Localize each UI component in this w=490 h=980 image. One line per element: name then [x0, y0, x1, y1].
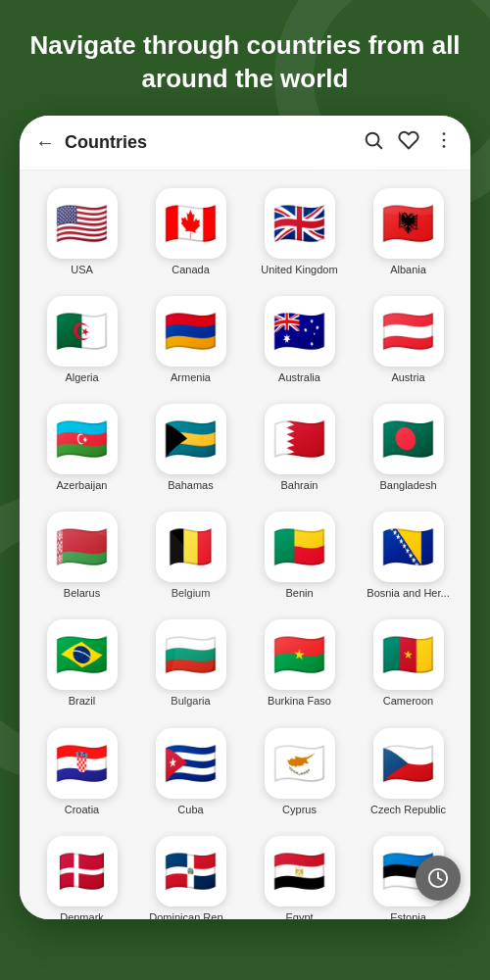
flag-icon: 🇺🇸 [47, 188, 118, 259]
flag-icon: 🇬🇧 [265, 188, 335, 259]
country-item-bahamas[interactable]: 🇧🇸Bahamas [138, 396, 243, 500]
country-item-bangladesh[interactable]: 🇧🇩Bangladesh [356, 396, 461, 500]
flag-icon: 🇧🇦 [373, 512, 444, 582]
flag-icon: 🇦🇲 [156, 296, 226, 367]
country-item-croatia[interactable]: 🇭🇷Croatia [29, 720, 134, 824]
country-item-bosnia-and-her...[interactable]: 🇧🇦Bosnia and Her... [356, 504, 461, 608]
country-name: Austria [391, 371, 424, 384]
header-section: Navigate through countries from all arou… [0, 0, 490, 116]
flag-icon: 🇦🇿 [47, 404, 118, 474]
country-item-bahrain[interactable]: 🇧🇭Bahrain [247, 396, 352, 500]
country-item-czech-republic[interactable]: 🇨🇿Czech Republic [356, 720, 461, 824]
phone-frame: ← Countries 🇺🇸USA🇨🇦Canada🇬🇧Unit [20, 116, 470, 919]
flag-icon: 🇩🇴 [156, 836, 226, 906]
flag-icon: 🇨🇾 [265, 728, 335, 799]
country-item-australia[interactable]: 🇦🇺Australia [247, 288, 352, 392]
country-item-brazil[interactable]: 🇧🇷Brazil [29, 612, 134, 715]
flag-icon: 🇧🇩 [373, 404, 444, 474]
country-item-egypt[interactable]: 🇪🇬Egypt [247, 828, 352, 919]
back-button[interactable]: ← [35, 131, 55, 154]
country-item-burkina-faso[interactable]: 🇧🇫Burkina Faso [247, 612, 352, 715]
country-name: Bulgaria [171, 695, 210, 708]
flag-icon: 🇦🇱 [373, 188, 444, 259]
flag-icon: 🇩🇰 [47, 836, 118, 906]
favorite-icon[interactable] [398, 129, 419, 156]
country-item-dominican-rep...[interactable]: 🇩🇴Dominican Rep... [138, 828, 243, 919]
country-name: Belgium [172, 587, 211, 600]
country-item-belgium[interactable]: 🇧🇪Belgium [138, 504, 243, 608]
countries-grid: 🇺🇸USA🇨🇦Canada🇬🇧United Kingdom🇦🇱Albania🇩🇿… [20, 171, 470, 919]
country-item-cuba[interactable]: 🇨🇺Cuba [138, 720, 243, 824]
flag-icon: 🇧🇾 [47, 512, 118, 582]
app-bar-actions [363, 129, 455, 156]
flag-icon: 🇧🇪 [156, 512, 226, 582]
country-item-belarus[interactable]: 🇧🇾Belarus [29, 504, 134, 608]
country-name: Croatia [65, 804, 99, 816]
country-item-usa[interactable]: 🇺🇸USA [29, 180, 134, 284]
flag-icon: 🇧🇫 [265, 619, 335, 690]
country-name: Czech Republic [370, 804, 446, 816]
country-item-armenia[interactable]: 🇦🇲Armenia [138, 288, 243, 392]
country-item-azerbaijan[interactable]: 🇦🇿Azerbaijan [29, 396, 134, 500]
svg-line-1 [377, 144, 381, 148]
flag-icon: 🇦🇺 [265, 296, 335, 367]
country-name: Egypt [285, 911, 313, 919]
flag-icon: 🇦🇹 [373, 296, 444, 367]
country-item-united-kingdom[interactable]: 🇬🇧United Kingdom [247, 180, 352, 284]
country-item-austria[interactable]: 🇦🇹Austria [356, 288, 461, 392]
flag-icon: 🇪🇬 [265, 836, 335, 906]
flag-icon: 🇨🇺 [156, 728, 226, 799]
country-name: Cuba [177, 804, 203, 816]
country-item-cyprus[interactable]: 🇨🇾Cyprus [247, 720, 352, 824]
country-name: Belarus [64, 587, 100, 600]
country-name: USA [71, 264, 93, 276]
flag-icon: 🇩🇿 [47, 296, 118, 367]
country-name: Bahrain [281, 479, 318, 492]
country-name: Brazil [69, 695, 96, 708]
country-item-algeria[interactable]: 🇩🇿Algeria [29, 288, 134, 392]
country-name: Dominican Rep... [149, 911, 231, 919]
country-name: Bahamas [168, 479, 213, 492]
country-name: Estonia [390, 911, 426, 919]
country-name: Denmark [60, 911, 104, 919]
country-name: Cyprus [282, 804, 317, 816]
header-title: Navigate through countries from all arou… [29, 29, 461, 96]
search-icon[interactable] [363, 129, 384, 156]
flag-icon: 🇨🇲 [373, 619, 444, 690]
flag-icon: 🇧🇬 [156, 619, 226, 690]
country-item-canada[interactable]: 🇨🇦Canada [138, 180, 243, 284]
svg-point-3 [443, 138, 446, 141]
country-name: Algeria [65, 371, 98, 384]
country-item-benin[interactable]: 🇧🇯Benin [247, 504, 352, 608]
flag-icon: 🇨🇦 [156, 188, 226, 259]
country-name: Benin [285, 587, 313, 600]
flag-icon: 🇧🇯 [265, 512, 335, 582]
country-name: Albania [390, 264, 426, 276]
country-name: Burkina Faso [268, 695, 331, 708]
country-name: Cameroon [383, 695, 433, 708]
svg-point-2 [443, 132, 446, 135]
country-item-albania[interactable]: 🇦🇱Albania [356, 180, 461, 284]
country-name: Azerbaijan [57, 479, 108, 492]
flag-icon: 🇧🇭 [265, 404, 335, 474]
flag-icon: 🇭🇷 [47, 728, 118, 799]
svg-point-4 [443, 145, 446, 148]
history-fab-button[interactable] [416, 857, 461, 902]
country-item-cameroon[interactable]: 🇨🇲Cameroon [356, 612, 461, 715]
country-item-bulgaria[interactable]: 🇧🇬Bulgaria [138, 612, 243, 715]
app-bar-title: Countries [65, 132, 363, 153]
country-name: Bangladesh [379, 479, 436, 492]
flag-icon: 🇨🇿 [373, 728, 444, 799]
country-name: Bosnia and Her... [367, 587, 449, 600]
flag-icon: 🇧🇸 [156, 404, 226, 474]
app-bar: ← Countries [20, 116, 470, 171]
country-item-denmark[interactable]: 🇩🇰Denmark [29, 828, 134, 919]
country-name: Canada [172, 264, 210, 276]
country-name: United Kingdom [261, 264, 337, 276]
more-options-icon[interactable] [433, 129, 455, 156]
country-name: Australia [278, 371, 320, 384]
flag-icon: 🇧🇷 [47, 619, 118, 690]
country-name: Armenia [171, 371, 211, 384]
